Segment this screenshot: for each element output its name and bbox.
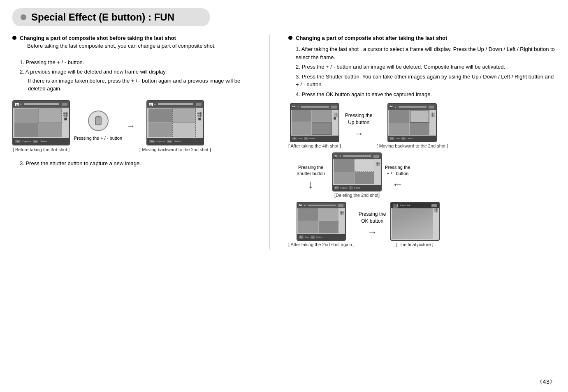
left-steps: 1. Pressing the + / - button. 2. A previ… [20, 58, 251, 93]
plus-minus-action: Pressing the+ / - button ← [385, 164, 410, 190]
right-camera-2nd-again: 📷 6 10s [288, 202, 355, 247]
left-step-1: 1. Pressing the + / - button. [20, 58, 251, 67]
left-section-header: Changing a part of composite shot before… [12, 35, 251, 54]
right-camera-2nd-back: 📷 7 10s [377, 103, 448, 148]
right-camera-4th: 📷 7 10s [288, 103, 341, 148]
right-camera-deleting: 📷 6 10s [332, 152, 382, 198]
left-step-2b: If there is an image taken before, press… [20, 77, 251, 93]
shutter-action: Pressing theShutter button ↓ [297, 164, 325, 190]
left-image-row: 📷 6 [12, 100, 251, 152]
right-section-header: Changing a part of composite shot after … [288, 35, 556, 42]
left-section-title: Changing a part of composite shot before… [20, 35, 216, 42]
left-cam-label-1: [ Before taking the 3rd shot ] [13, 147, 70, 152]
left-camera-1: 📷 6 [12, 100, 70, 152]
right-up-button-action: Pressing theUp button → [345, 112, 373, 140]
press-shutter-label: Pressing theShutter button [297, 164, 325, 177]
left-cam-label-2: [ Moving backward to the 2nd shot ] [139, 147, 211, 152]
page-number: 《43》 [536, 378, 556, 386]
right-bot-diagrams: 📷 6 10s [288, 202, 556, 247]
right-label-2nd-again: [ After taking the 2nd shot again ] [288, 242, 355, 247]
column-divider [269, 35, 270, 249]
title-dot-icon [21, 14, 26, 20]
camera-screen-before: 📷 6 [12, 100, 70, 145]
left-press-label: Pressing the + / - button [74, 135, 122, 141]
press-ok-label: Pressing theOK button [359, 211, 386, 225]
press-pm-label: Pressing the+ / - button [385, 164, 410, 177]
right-step-1: 1. After taking the last shot , a cursor… [296, 45, 556, 61]
left-step-3: 3. Press the shutter button to capture a… [20, 159, 251, 168]
right-step-2: 2. Press the + / - button and an image w… [296, 63, 556, 71]
ok-button-action: Pressing theOK button → [359, 211, 386, 238]
right-column: Changing a part of composite shot after … [288, 35, 556, 249]
cam-4th-screen: 📷 7 10s [290, 103, 339, 142]
right-bullet-icon [288, 36, 292, 40]
press-up-label: Pressing theUp button [345, 112, 373, 126]
cam-deleting-screen: 📷 6 10s [332, 152, 382, 191]
title-bar: Special Effect (E button) : FUN [12, 8, 210, 26]
right-step-4: 4. Press the OK button again to save the… [296, 90, 556, 99]
cam-2nd-back-screen: 📷 7 10s [387, 103, 437, 142]
bullet-icon [12, 36, 16, 40]
right-camera-final: 100-0001 [390, 202, 440, 247]
cam-2nd-again-screen: 📷 6 10s [297, 202, 346, 241]
right-top-diagrams: 📷 7 10s [288, 103, 556, 148]
left-step3-container: 3. Press the shutter button to capture a… [20, 159, 251, 168]
press-icon [88, 111, 109, 131]
right-label-deleting: [Deleting the 2nd shot] [334, 193, 380, 198]
right-step-3: 3. Press the Shutter button. You can tak… [296, 73, 556, 89]
right-section-title: Changing a part of composite shot after … [296, 35, 447, 42]
right-label-4th: [ After taking the 4th shot ] [288, 143, 341, 148]
left-press-action: Pressing the + / - button [74, 111, 122, 141]
left-step-2: 2. A previous image will be deleted and … [20, 68, 251, 76]
page-title: Special Effect (E button) : FUN [31, 12, 174, 23]
left-column: Changing a part of composite shot before… [12, 35, 251, 249]
right-steps: 1. After taking the last shot , a cursor… [296, 45, 556, 98]
right-arrow-icon: → [126, 121, 135, 131]
left-camera-2: 📷 6 10s [139, 100, 211, 152]
left-section-subtitle: Before taking the last composite shot, y… [27, 42, 216, 50]
right-label-final: [ The final picture ] [396, 242, 433, 247]
cam-final-screen: 100-0001 [390, 202, 440, 241]
camera-screen-after: 📷 6 10s [146, 100, 204, 145]
right-label-2nd-backward: [ Moving backward to the 2nd shot ] [377, 143, 448, 148]
right-mid-diagrams: Pressing theShutter button ↓ 📷 6 [297, 152, 556, 198]
